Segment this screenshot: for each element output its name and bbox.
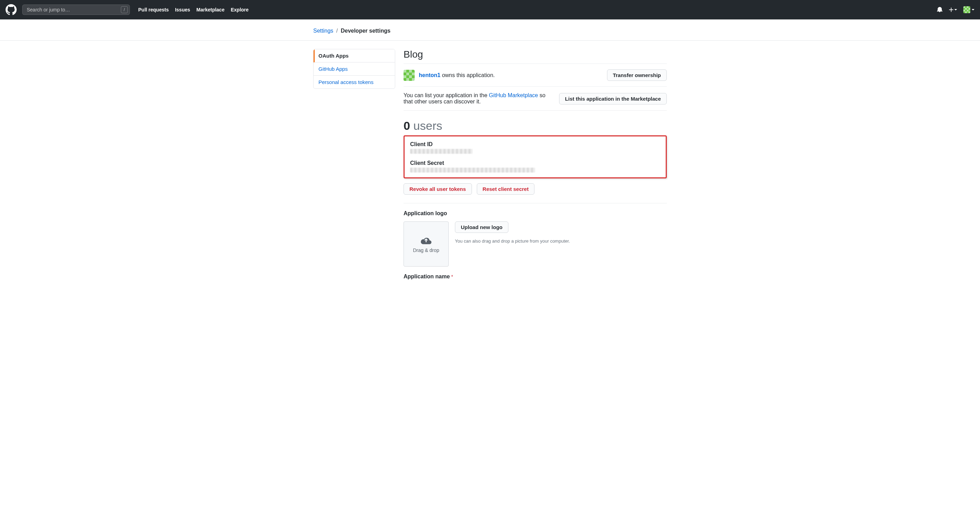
breadcrumb-settings[interactable]: Settings (313, 28, 333, 34)
users-label: users (410, 119, 442, 132)
logo-right: Upload new logo You can also drag and dr… (455, 221, 570, 244)
transfer-ownership-button[interactable]: Transfer ownership (607, 70, 667, 81)
application-name-row: Application name * (404, 273, 667, 280)
application-name-label: Application name (404, 273, 450, 279)
search-slash-hint: / (121, 6, 128, 13)
search-wrap: / (22, 5, 130, 15)
owner-username-link[interactable]: henton1 (419, 72, 440, 78)
client-credentials-highlight: Client ID Client Secret (404, 135, 667, 178)
cloud-upload-icon (420, 235, 432, 245)
layout: OAuth Apps GitHub Apps Personal access t… (308, 41, 672, 301)
logo-row: Drag & drop Upload new logo You can also… (404, 221, 667, 267)
nav-marketplace[interactable]: Marketplace (197, 7, 225, 13)
owner-row: henton1 owns this application. Transfer … (404, 64, 667, 87)
github-logo[interactable] (6, 4, 17, 15)
marketplace-row: You can list your application in the Git… (404, 87, 667, 111)
breadcrumb-separator: / (336, 28, 337, 34)
owner-avatar[interactable] (404, 70, 415, 81)
breadcrumb-current: Developer settings (340, 28, 390, 34)
nav-explore[interactable]: Explore (231, 7, 248, 13)
users-heading: 0 users (404, 119, 667, 133)
notifications-icon[interactable] (937, 6, 942, 13)
chevron-down-icon (972, 9, 974, 10)
owns-text: owns this application. (440, 72, 495, 78)
avatar (963, 6, 970, 13)
topbar-right (937, 6, 974, 13)
client-id-value-redacted (410, 149, 473, 154)
users-count: 0 (404, 119, 410, 132)
marketplace-link[interactable]: GitHub Marketplace (489, 92, 538, 98)
application-logo-section: Application logo Drag & drop Upload new … (404, 210, 667, 267)
list-in-marketplace-button[interactable]: List this application in the Marketplace (559, 93, 667, 105)
page-title: Blog (404, 49, 667, 64)
sidebar: OAuth Apps GitHub Apps Personal access t… (313, 49, 395, 280)
client-id-label: Client ID (410, 141, 660, 148)
revoke-all-tokens-button[interactable]: Revoke all user tokens (404, 183, 472, 195)
marketplace-text: You can list your application in the Git… (404, 92, 554, 105)
nav-issues[interactable]: Issues (175, 7, 190, 13)
client-secret-label: Client Secret (410, 160, 660, 166)
required-asterisk: * (451, 274, 453, 279)
nav-pull-requests[interactable]: Pull requests (138, 7, 169, 13)
main-content: Blog henton1 owns this application. Tran… (404, 49, 667, 280)
client-secret-value-redacted (410, 168, 535, 173)
create-new-menu[interactable] (949, 7, 957, 12)
dropzone-label: Drag & drop (413, 248, 439, 253)
user-menu[interactable] (963, 6, 974, 13)
breadcrumb: Settings / Developer settings (308, 19, 672, 40)
sidebar-item-personal-access-tokens[interactable]: Personal access tokens (313, 76, 395, 89)
reset-client-secret-button[interactable]: Reset client secret (477, 183, 535, 195)
drag-tip: You can also drag and drop a picture fro… (455, 238, 570, 244)
owner-text: henton1 owns this application. (419, 72, 495, 78)
application-logo-heading: Application logo (404, 210, 667, 217)
side-menu: OAuth Apps GitHub Apps Personal access t… (313, 49, 395, 89)
topbar: / Pull requests Issues Marketplace Explo… (0, 0, 980, 19)
marketplace-pre: You can list your application in the (404, 92, 489, 98)
token-buttons: Revoke all user tokens Reset client secr… (404, 183, 667, 203)
top-nav: Pull requests Issues Marketplace Explore (138, 7, 249, 13)
chevron-down-icon (954, 9, 957, 10)
upload-new-logo-button[interactable]: Upload new logo (455, 221, 508, 233)
sidebar-item-oauth-apps[interactable]: OAuth Apps (313, 49, 395, 62)
search-input[interactable] (22, 5, 130, 15)
sidebar-item-github-apps[interactable]: GitHub Apps (313, 62, 395, 76)
logo-dropzone[interactable]: Drag & drop (404, 221, 449, 267)
